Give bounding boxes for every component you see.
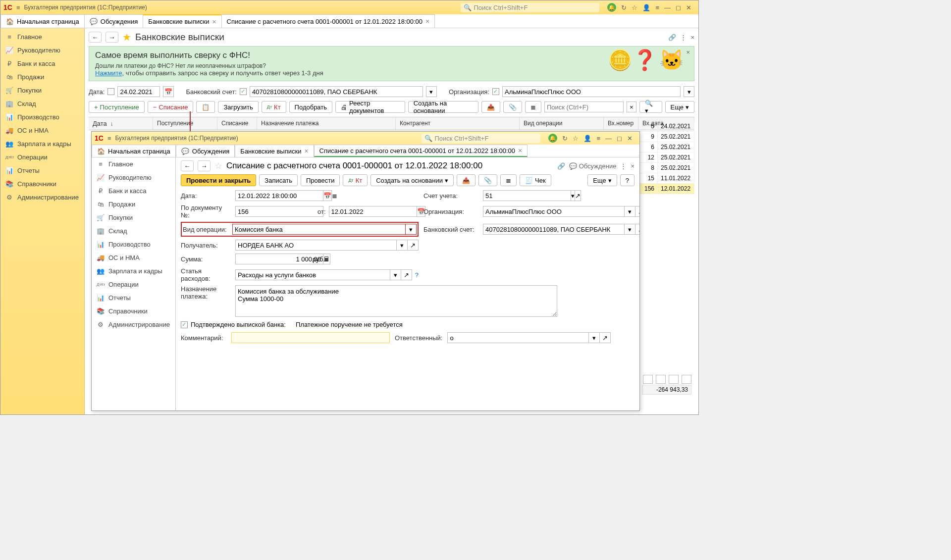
- dropdown-icon[interactable]: ▾: [589, 332, 600, 343]
- expense-item-input[interactable]: [235, 269, 390, 280]
- last-icon[interactable]: [682, 375, 691, 384]
- calendar-icon[interactable]: 📅: [163, 86, 174, 97]
- close-page-icon[interactable]: ×: [631, 162, 634, 170]
- sidebar-item-payroll[interactable]: 👥Зарплата и кадры: [0, 137, 84, 151]
- sidebar-item-main[interactable]: ≡Главное: [0, 30, 84, 44]
- isb-reports[interactable]: 📊Отчеты: [92, 291, 175, 305]
- attach-button[interactable]: 📎: [478, 174, 497, 186]
- isb-warehouse[interactable]: 🏢Склад: [92, 224, 175, 238]
- table-row[interactable]: 1225.02.2021: [640, 153, 694, 163]
- isb-payroll[interactable]: 👥Зарплата и кадры: [92, 264, 175, 278]
- table-row[interactable]: 925.02.2021: [640, 132, 694, 142]
- isb-purchases[interactable]: 🛒Покупки: [92, 211, 175, 224]
- hamburger-icon[interactable]: ≡: [107, 135, 111, 142]
- close-icon[interactable]: ✕: [627, 135, 633, 142]
- search-button[interactable]: 🔍 ▾: [639, 101, 662, 113]
- isb-refs[interactable]: 📚Справочники: [92, 305, 175, 318]
- forward-button[interactable]: →: [198, 160, 211, 171]
- receiver-input[interactable]: [235, 240, 397, 251]
- sidebar-item-assets[interactable]: 🚚ОС и НМА: [0, 124, 84, 137]
- list-button[interactable]: ≣: [500, 174, 517, 186]
- org-checkbox[interactable]: [492, 88, 499, 95]
- check-button[interactable]: 🧾 Чек: [520, 174, 551, 186]
- optype-input[interactable]: [232, 224, 406, 235]
- sidebar-item-reports[interactable]: 📊Отчеты: [0, 164, 84, 177]
- sidebar-item-bank[interactable]: ₽Банк и касса: [0, 57, 84, 70]
- docno-input[interactable]: [235, 206, 323, 217]
- tab-writeoff-doc[interactable]: Списание с расчетного счета 0001-000001 …: [221, 14, 435, 28]
- back-button[interactable]: ←: [181, 160, 194, 171]
- col-date[interactable]: Дата ↓: [89, 117, 153, 130]
- from-date-input[interactable]: [329, 206, 417, 217]
- col-purpose[interactable]: Назначение платежа: [257, 117, 396, 130]
- calendar-icon[interactable]: 📅: [323, 190, 332, 201]
- sidebar-item-admin[interactable]: ⚙Администрирование: [0, 191, 84, 204]
- share-button[interactable]: 📤: [457, 174, 476, 186]
- open-icon[interactable]: ↗: [635, 206, 639, 217]
- open-icon[interactable]: ↗: [401, 269, 412, 280]
- confirmed-checkbox[interactable]: [181, 321, 188, 328]
- list-small-icon[interactable]: ≣: [332, 190, 337, 201]
- sidebar-item-warehouse[interactable]: 🏢Склад: [0, 97, 84, 110]
- clear-search-icon[interactable]: ×: [627, 102, 636, 112]
- help-button[interactable]: ?: [620, 174, 634, 186]
- history-icon[interactable]: ↻: [621, 4, 627, 11]
- table-row[interactable]: 625.02.2021: [640, 142, 694, 153]
- comment-input[interactable]: [231, 332, 390, 343]
- org-input[interactable]: [502, 86, 681, 97]
- global-search[interactable]: 🔍 Поиск Ctrl+Shift+F: [461, 3, 599, 12]
- banner-link[interactable]: Нажмите: [95, 69, 122, 77]
- isb-sales[interactable]: 🛍Продажи: [92, 198, 175, 211]
- banner-close-icon[interactable]: ×: [686, 49, 690, 56]
- kebab-icon[interactable]: ⋮: [620, 162, 627, 170]
- restore-icon[interactable]: ◻: [676, 4, 681, 11]
- sidebar-item-references[interactable]: 📚Справочники: [0, 177, 84, 191]
- bank-acc-input[interactable]: [483, 224, 625, 235]
- isb-admin[interactable]: ⚙Администрирование: [92, 318, 175, 331]
- create-based-button[interactable]: Создать на основании: [408, 101, 478, 113]
- dropdown-icon[interactable]: ▾: [406, 224, 417, 235]
- org-input[interactable]: [483, 206, 625, 217]
- commit-close-button[interactable]: Провести и закрыть: [181, 174, 256, 186]
- attach-button[interactable]: 📎: [503, 101, 522, 113]
- dropdown-icon[interactable]: ▾: [397, 240, 408, 251]
- sidebar-item-operations[interactable]: ДтКтОперации: [0, 151, 84, 164]
- sidebar-item-sales[interactable]: 🛍Продажи: [0, 70, 84, 84]
- restore-icon[interactable]: ◻: [617, 135, 622, 142]
- dropdown-icon[interactable]: ▾: [625, 206, 635, 217]
- link-icon[interactable]: 🔗: [557, 162, 565, 170]
- sidebar-item-manager[interactable]: 📈Руководителю: [0, 44, 84, 57]
- toolbar-search[interactable]: [544, 102, 624, 112]
- hamburger-icon[interactable]: ≡: [16, 4, 20, 11]
- receipt-button[interactable]: + Поступление: [89, 101, 145, 113]
- date-checkbox[interactable]: [107, 88, 114, 95]
- isb-production[interactable]: 📊Производство: [92, 238, 175, 251]
- col-in-no[interactable]: Вх.номер: [604, 117, 638, 130]
- copy-button[interactable]: 📋: [196, 101, 215, 113]
- close-tab-icon[interactable]: ×: [425, 17, 429, 25]
- purpose-textarea[interactable]: Комиссия банка за обслуживание Сумма 100…: [235, 285, 557, 317]
- minimize-icon[interactable]: —: [605, 135, 612, 142]
- save-button[interactable]: Записать: [259, 174, 298, 186]
- forward-button[interactable]: →: [106, 32, 118, 43]
- post-button[interactable]: Провести: [301, 174, 340, 186]
- inner-tab-bank[interactable]: Банковские выписки×: [235, 145, 314, 157]
- menu-lines-icon[interactable]: ≡: [596, 135, 600, 142]
- pick-button[interactable]: Подобрать: [289, 101, 332, 113]
- chat-icon[interactable]: 💬 Обсуждение: [569, 162, 616, 170]
- registry-button[interactable]: 🖨 Реестр документов: [335, 101, 405, 113]
- date-input[interactable]: [235, 190, 323, 201]
- date-input[interactable]: [117, 86, 160, 97]
- isb-ops[interactable]: ДтКтОперации: [92, 278, 175, 291]
- dropdown-icon[interactable]: ▾: [390, 269, 401, 280]
- tab-discussions[interactable]: 💬 Обсуждения: [84, 14, 144, 28]
- more-button[interactable]: Еще ▾: [587, 174, 617, 186]
- more-button[interactable]: Еще ▾: [665, 101, 694, 113]
- history-icon[interactable]: ↻: [562, 135, 568, 142]
- col-contragent[interactable]: Контрагент: [396, 117, 520, 130]
- first-icon[interactable]: [643, 375, 653, 384]
- isb-main[interactable]: ≡Главное: [92, 157, 175, 171]
- create-based-button[interactable]: Создать на основании ▾: [370, 174, 454, 186]
- inner-tab-discuss[interactable]: 💬Обсуждения: [176, 145, 235, 157]
- dropdown-icon[interactable]: ▾: [625, 224, 635, 235]
